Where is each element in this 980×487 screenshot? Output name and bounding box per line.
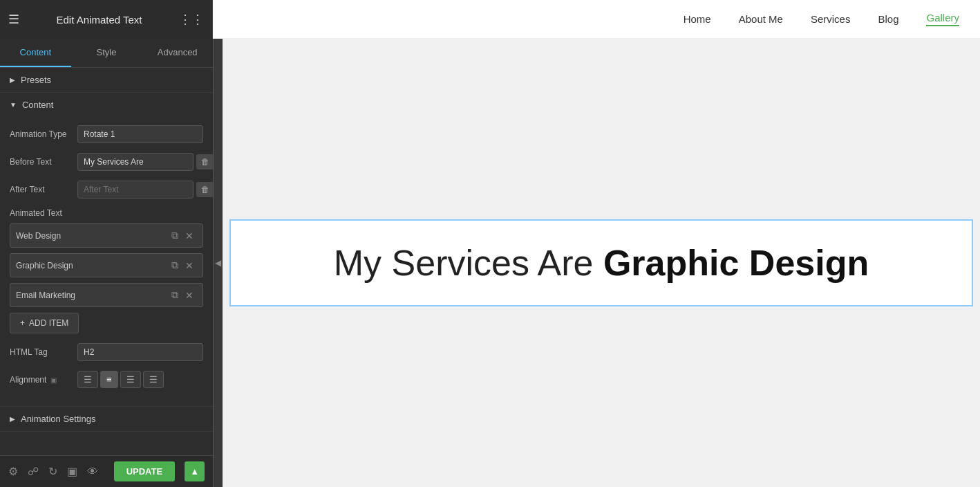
copy-item-button[interactable]: ⧉ [168, 228, 182, 243]
animation-settings-arrow-icon: ▶ [10, 415, 15, 423]
content-header[interactable]: ▼ Content [0, 93, 213, 117]
html-tag-select[interactable]: H1 H2 H3 H4 p div [77, 343, 203, 361]
before-text-row: Before Text 🗑 [10, 153, 203, 171]
before-text-display: My Services Are [334, 243, 594, 283]
animated-item: Graphic Design ⧉ ✕ [10, 253, 203, 277]
animated-text-heading: My Services Are Graphic Design [258, 241, 944, 284]
add-item-label: ADD ITEM [29, 318, 68, 328]
sidebar-tabs: Content Style Advanced [0, 39, 213, 68]
collapse-icon: ◀ [215, 258, 221, 268]
remove-item-button[interactable]: ✕ [182, 288, 197, 302]
canvas-wrapper: My Services Are Graphic Design [223, 39, 980, 487]
nav-item-blog[interactable]: Blog [878, 13, 898, 25]
after-text-row: After Text 🗑 [10, 181, 203, 199]
history-icon[interactable]: ↻ [48, 465, 57, 478]
animated-text-block[interactable]: My Services Are Graphic Design [229, 219, 973, 306]
alignment-label: Alignment ▣ [10, 375, 72, 385]
align-justify-button[interactable]: ☰ [143, 371, 164, 388]
animation-settings-label: Animation Settings [21, 414, 95, 424]
presets-label: Presets [21, 75, 51, 85]
align-center-button[interactable]: ≡ [100, 371, 118, 388]
animated-item-text: Web Design [16, 231, 168, 241]
align-right-button[interactable]: ☰ [120, 371, 141, 388]
before-text-field-wrapper: 🗑 [77, 153, 213, 171]
tab-style[interactable]: Style [71, 39, 142, 67]
animated-item: Email Marketing ⧉ ✕ [10, 283, 203, 307]
presets-arrow-icon: ▶ [10, 76, 15, 84]
add-item-button[interactable]: + ADD ITEM [10, 313, 79, 333]
collapse-toggle[interactable]: ◀ [213, 39, 223, 487]
copy-item-button[interactable]: ⧉ [168, 258, 182, 273]
align-left-button[interactable]: ☰ [77, 371, 98, 388]
content-body: Animation Type Rotate 1 Rotate 2 Slide F… [0, 117, 213, 406]
alignment-buttons: ☰ ≡ ☰ ☰ [77, 371, 164, 388]
content-arrow-icon: ▼ [10, 101, 17, 109]
update-button[interactable]: UPDATE [114, 461, 175, 481]
animated-item: Web Design ⧉ ✕ [10, 223, 203, 248]
alignment-row: Alignment ▣ ☰ ≡ ☰ ☰ [10, 371, 203, 388]
content-section: ▼ Content Animation Type Rotate 1 Rotate… [0, 93, 213, 407]
eye-icon[interactable]: 👁 [87, 466, 98, 478]
animation-type-row: Animation Type Rotate 1 Rotate 2 Slide F… [10, 125, 203, 143]
canvas-area: My Services Are Graphic Design [223, 39, 980, 487]
animation-settings-section: ▶ Animation Settings [0, 407, 213, 432]
remove-item-button[interactable]: ✕ [182, 259, 197, 273]
sidebar-footer: ⚙ ☍ ↻ ▣ 👁 UPDATE ▲ [0, 455, 213, 487]
animated-text-section-label: Animated Text [10, 208, 203, 218]
nav-item-services[interactable]: Services [811, 13, 851, 25]
copy-item-button[interactable]: ⧉ [168, 288, 182, 302]
editor-header: ☰ Edit Animated Text ⋮⋮ [0, 0, 213, 39]
plus-icon: + [20, 318, 25, 328]
after-text-input[interactable] [77, 181, 194, 199]
expand-button[interactable]: ▲ [185, 461, 205, 481]
nav-item-home[interactable]: Home [684, 13, 711, 25]
monitor-icon: ▣ [50, 376, 57, 384]
editor-title: Edit Animated Text [57, 14, 142, 26]
grid-icon[interactable]: ⋮⋮ [179, 12, 204, 27]
animated-items-list: Web Design ⧉ ✕ Graphic Design ⧉ ✕ Email … [10, 223, 203, 307]
presets-section: ▶ Presets [0, 68, 213, 93]
main-layout: Content Style Advanced ▶ Presets ▼ Conte… [0, 39, 980, 487]
html-tag-row: HTML Tag H1 H2 H3 H4 p div [10, 343, 203, 361]
hamburger-icon[interactable]: ☰ [8, 12, 19, 27]
tab-advanced[interactable]: Advanced [142, 39, 213, 67]
after-text-label: After Text [10, 185, 72, 194]
nav-item-gallery[interactable]: Gallery [926, 12, 959, 26]
content-label: Content [22, 100, 54, 110]
layers-icon[interactable]: ☍ [28, 465, 39, 478]
html-tag-label: HTML Tag [10, 347, 72, 357]
tab-content[interactable]: Content [0, 39, 71, 67]
after-text-clear-button[interactable]: 🗑 [196, 182, 213, 197]
after-text-field-wrapper: 🗑 [77, 181, 213, 199]
before-text-label: Before Text [10, 157, 72, 167]
animated-item-text: Graphic Design [16, 261, 168, 270]
responsive-icon[interactable]: ▣ [67, 465, 77, 478]
before-text-input[interactable] [77, 153, 194, 171]
animation-settings-header[interactable]: ▶ Animation Settings [0, 407, 213, 431]
animation-type-label: Animation Type [10, 129, 72, 139]
presets-header[interactable]: ▶ Presets [0, 68, 213, 92]
animated-word-display: Graphic Design [603, 243, 869, 283]
before-text-clear-button[interactable]: 🗑 [196, 154, 213, 169]
remove-item-button[interactable]: ✕ [182, 229, 197, 243]
top-bar: ☰ Edit Animated Text ⋮⋮ HomeAbout MeServ… [0, 0, 980, 39]
animated-item-text: Email Marketing [16, 291, 168, 300]
sidebar: Content Style Advanced ▶ Presets ▼ Conte… [0, 39, 213, 487]
nav-bar: HomeAbout MeServicesBlogGallery [213, 0, 980, 39]
nav-item-about-me[interactable]: About Me [739, 13, 783, 25]
settings-icon[interactable]: ⚙ [8, 465, 18, 478]
animation-type-select[interactable]: Rotate 1 Rotate 2 Slide Fade [77, 125, 203, 143]
